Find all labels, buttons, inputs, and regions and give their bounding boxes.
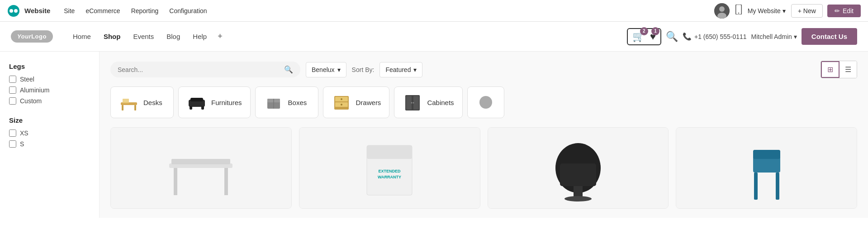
product-card-1[interactable] [110, 127, 292, 209]
svg-point-0 [8, 5, 19, 17]
sidebar-legs-title: Legs [9, 62, 90, 70]
svg-rect-43 [753, 150, 780, 159]
svg-point-2 [14, 9, 18, 13]
product-image-3 [488, 128, 669, 208]
new-button[interactable]: + New [791, 4, 823, 18]
sidebar-filter-xs-label: XS [20, 129, 28, 137]
cabinets-icon [403, 92, 422, 112]
checkbox-custom[interactable] [9, 97, 16, 105]
admin-nav-reporting[interactable]: Reporting [127, 5, 163, 17]
mobile-view-icon[interactable] [735, 5, 742, 17]
svg-rect-45 [776, 173, 779, 200]
sidebar-filter-aluminium-label: Aluminium [20, 86, 49, 94]
phone-icon: 📞 [683, 32, 692, 41]
checkbox-xs[interactable] [9, 129, 16, 137]
sidebar-filter-steel[interactable]: Steel [9, 76, 90, 83]
phone-info: 📞 +1 (650) 555-0111 [683, 32, 747, 41]
category-drawers[interactable]: Drawers [323, 86, 390, 118]
edit-button[interactable]: ✏ Edit [827, 5, 861, 17]
product-card-3[interactable] [488, 127, 669, 209]
nav-add-icon[interactable]: + [214, 28, 226, 45]
phone-number: +1 (650) 555-0111 [694, 33, 747, 40]
category-drawers-label: Drawers [356, 99, 381, 106]
cart-wishlist-group: 🛒 2 ♥ 1 [627, 28, 661, 45]
user-menu[interactable]: Mitchell Admin ▾ [751, 33, 797, 40]
my-website-dropdown[interactable]: My Website ▾ [748, 7, 786, 14]
admin-avatar[interactable] [714, 3, 730, 19]
sidebar-filter-custom[interactable]: Custom [9, 97, 90, 105]
category-desks-label: Desks [143, 99, 162, 106]
nav-shop[interactable]: Shop [98, 29, 126, 44]
app-title: Website [24, 7, 50, 14]
site-logo[interactable]: YourLogo [11, 30, 53, 43]
logo-image: YourLogo [11, 30, 53, 43]
checkbox-steel[interactable] [9, 76, 16, 83]
chevron-down-icon: ▾ [783, 7, 786, 14]
sidebar-filter-xs[interactable]: XS [9, 129, 90, 137]
list-view-button[interactable]: ☰ [840, 61, 857, 78]
drawers-icon [332, 92, 351, 112]
sidebar-filter-custom-label: Custom [20, 97, 42, 105]
admin-bar: Website Site eCommerce Reporting Configu… [0, 0, 868, 22]
svg-rect-10 [134, 105, 136, 110]
grid-view-button[interactable]: ⊞ [821, 61, 840, 78]
svg-point-7 [738, 13, 739, 14]
shop-area: 🔍 Benelux ▾ Sort By: Featured ▾ ⊞ ☰ [100, 52, 868, 218]
svg-text:EXTENDED: EXTENDED [379, 169, 401, 173]
sort-by-label: Sort By: [352, 66, 375, 73]
product-card-4[interactable] [676, 127, 857, 209]
sort-chevron-icon: ▾ [413, 66, 417, 73]
product-card-2[interactable]: EXTENDED WARRANTY [299, 127, 480, 209]
product-image-4 [676, 128, 857, 208]
user-name: Mitchell Admin [751, 33, 792, 40]
svg-point-28 [413, 102, 414, 104]
main-content: Legs Steel Aluminium Custom Size XS S [0, 52, 868, 218]
boxes-icon [264, 92, 284, 112]
product-image-2: EXTENDED WARRANTY [299, 128, 480, 208]
sidebar-filter-s[interactable]: S [9, 140, 90, 148]
svg-rect-26 [413, 96, 419, 110]
nav-blog[interactable]: Blog [161, 29, 185, 44]
category-row: Desks Furnitures [110, 86, 857, 118]
sidebar-filter-aluminium[interactable]: Aluminium [9, 86, 90, 94]
site-navbar: YourLogo Home Shop Events Blog Help + 🛒 … [0, 22, 868, 52]
search-bar[interactable]: 🔍 [110, 62, 300, 77]
sort-value: Featured [385, 66, 411, 73]
wishlist-badge: 1 [651, 27, 659, 35]
admin-nav-configuration[interactable]: Configuration [165, 5, 211, 17]
admin-nav-site[interactable]: Site [59, 5, 79, 17]
svg-point-40 [564, 196, 592, 201]
svg-text:WARRANTY: WARRANTY [378, 175, 401, 179]
svg-rect-41 [560, 163, 596, 186]
checkbox-aluminium[interactable] [9, 86, 16, 94]
cart-button[interactable]: 🛒 2 [632, 31, 645, 43]
svg-point-22 [341, 98, 342, 100]
category-cabinets[interactable]: Cabinets [394, 86, 462, 118]
category-desks[interactable]: Desks [110, 86, 174, 118]
site-nav-right: 🛒 2 ♥ 1 🔍 📞 +1 (650) 555-0111 Mitchell A… [627, 28, 857, 45]
svg-rect-35 [367, 145, 412, 159]
category-more[interactable] [467, 86, 504, 118]
pencil-icon: ✏ [835, 7, 840, 14]
furnitures-icon [187, 92, 207, 112]
sort-dropdown[interactable]: Featured ▾ [379, 62, 422, 77]
contact-us-button[interactable]: Contact Us [802, 28, 857, 45]
region-dropdown[interactable]: Benelux ▾ [306, 62, 346, 77]
admin-nav-ecommerce[interactable]: eCommerce [81, 5, 124, 17]
svg-point-1 [9, 9, 13, 13]
nav-home[interactable]: Home [67, 29, 96, 44]
view-toggle: ⊞ ☰ [821, 61, 857, 78]
svg-rect-11 [123, 99, 129, 103]
region-chevron-icon: ▾ [337, 66, 341, 73]
category-boxes[interactable]: Boxes [255, 86, 318, 118]
search-input[interactable] [118, 66, 280, 73]
wishlist-button[interactable]: ♥ 1 [650, 31, 656, 43]
nav-events[interactable]: Events [128, 29, 159, 44]
checkbox-s[interactable] [9, 140, 16, 148]
product-image-1 [111, 128, 291, 208]
search-button[interactable]: 🔍 [666, 31, 678, 43]
nav-help[interactable]: Help [187, 29, 212, 44]
sidebar-filter-steel-label: Steel [20, 76, 34, 83]
svg-rect-33 [171, 159, 230, 164]
category-furnitures[interactable]: Furnitures [178, 86, 251, 118]
